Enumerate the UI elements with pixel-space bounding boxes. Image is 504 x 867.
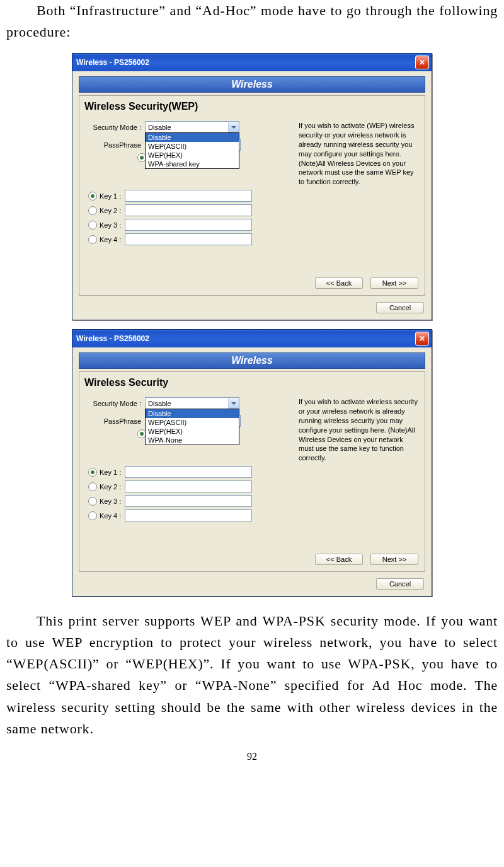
banner-wireless: Wireless (79, 352, 425, 369)
dialog-wireless-security: Wireless - PS256002 ✕ Wireless Wireless … (72, 329, 432, 596)
panel: Wireless Security Security Mode : Disabl… (79, 371, 425, 572)
combo-dropdown: Disable WEP(ASCII) WEP(HEX) WPA-shared k… (145, 132, 239, 169)
close-button[interactable]: ✕ (415, 332, 429, 346)
close-icon: ✕ (419, 335, 425, 342)
combo-value: Disable (148, 124, 171, 131)
dialog-wep: Wireless - PS256002 ✕ Wireless Wireless … (72, 53, 432, 320)
cancel-button[interactable]: Cancel (376, 302, 424, 313)
radio-key2[interactable] (88, 482, 97, 491)
key3-input[interactable] (125, 219, 252, 231)
window-title: Wireless - PS256002 (76, 334, 149, 343)
cancel-button[interactable]: Cancel (376, 578, 424, 590)
radio-key1[interactable] (88, 468, 97, 477)
security-mode-label: Security Mode : (84, 124, 145, 131)
combo-option-wpa-shared[interactable]: WPA-shared key (146, 160, 239, 168)
radio-key4[interactable] (88, 235, 97, 244)
combo-dropdown: Disable WEP(ASCII) WEP(HEX) WPA-None (145, 409, 239, 445)
key1-input[interactable] (125, 190, 252, 202)
key4-label: Key 4 : (100, 512, 121, 520)
key4-input[interactable] (125, 509, 252, 521)
page-number: 92 (6, 751, 498, 762)
radio-key4[interactable] (88, 511, 97, 520)
radio-key3[interactable] (88, 497, 97, 506)
key4-input[interactable] (125, 233, 252, 245)
radio-key3[interactable] (88, 221, 97, 230)
section-title: Wireless Security(WEP) (84, 101, 420, 112)
panel: Wireless Security(WEP) Security Mode : D… (79, 95, 425, 296)
security-mode-select[interactable]: Disable Disable WEP(ASCII) WEP(HEX) WPA-… (145, 397, 239, 410)
combo-option-wpa-none[interactable]: WPA-None (146, 436, 239, 445)
key2-input[interactable] (125, 480, 252, 492)
outro-paragraph: This print server supports WEP and WPA-P… (6, 610, 498, 740)
key3-input[interactable] (125, 495, 252, 507)
next-button[interactable]: Next >> (370, 277, 418, 289)
radio-key1[interactable] (88, 192, 97, 201)
section-title: Wireless Security (84, 377, 420, 388)
key2-input[interactable] (125, 204, 252, 216)
combo-option-wep-hex[interactable]: WEP(HEX) (146, 151, 239, 160)
key3-label: Key 3 : (100, 498, 121, 505)
key1-input[interactable] (125, 466, 252, 478)
close-button[interactable]: ✕ (415, 55, 429, 69)
back-button[interactable]: << Back (315, 554, 363, 565)
key3-label: Key 3 : (100, 221, 121, 229)
key1-label: Key 1 : (100, 192, 121, 200)
banner-wireless: Wireless (79, 76, 425, 93)
combo-option-wep-ascii[interactable]: WEP(ASCII) (146, 418, 239, 427)
description-text: If you wish to activate (WEP) wireless s… (299, 121, 420, 248)
window-title: Wireless - PS256002 (76, 58, 149, 67)
combo-option-disable[interactable]: Disable (146, 409, 239, 418)
passphrase-label: PassPhrase (84, 417, 145, 425)
radio-key2[interactable] (88, 206, 97, 215)
back-button[interactable]: << Back (315, 277, 363, 289)
chevron-down-icon[interactable] (228, 122, 239, 132)
key4-label: Key 4 : (100, 236, 121, 243)
security-mode-select[interactable]: Disable Disable WEP(ASCII) WEP(HEX) WPA-… (145, 121, 239, 134)
passphrase-label: PassPhrase (84, 141, 145, 149)
close-icon: ✕ (419, 59, 425, 66)
combo-option-disable[interactable]: Disable (146, 133, 239, 142)
description-text: If you wish to activate wireless securit… (299, 397, 420, 524)
key1-label: Key 1 : (100, 468, 121, 476)
combo-value: Disable (148, 400, 171, 407)
next-button[interactable]: Next >> (370, 554, 418, 565)
combo-option-wep-ascii[interactable]: WEP(ASCII) (146, 142, 239, 151)
key2-label: Key 2 : (100, 207, 121, 214)
combo-option-wep-hex[interactable]: WEP(HEX) (146, 427, 239, 436)
titlebar[interactable]: Wireless - PS256002 ✕ (72, 330, 432, 347)
key2-label: Key 2 : (100, 483, 121, 491)
titlebar[interactable]: Wireless - PS256002 ✕ (72, 54, 432, 71)
chevron-down-icon[interactable] (228, 399, 239, 409)
intro-paragraph: Both “Infrastructure” and “Ad-Hoc” mode … (6, 0, 498, 43)
security-mode-label: Security Mode : (84, 400, 145, 407)
